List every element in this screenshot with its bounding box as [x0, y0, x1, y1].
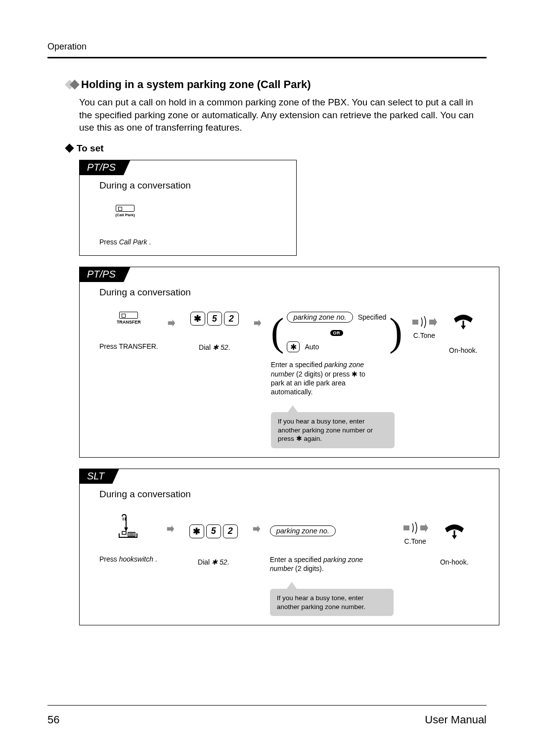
panel-ptps-transfer: PT/PS During a conversation TRANSFER Pre… — [79, 267, 499, 457]
subhead-diamond-icon — [65, 144, 74, 153]
ctone-col: C.Tone — [402, 520, 428, 545]
arrow-right-icon — [252, 524, 261, 533]
svg-marker-11 — [167, 525, 174, 532]
during-text: During a conversation — [99, 180, 287, 191]
panel-tab: SLT — [79, 469, 119, 484]
panel-tab: PT/PS — [79, 160, 131, 175]
during-text: During a conversation — [99, 287, 490, 298]
callpark-key-icon: (Call Park) — [115, 205, 135, 217]
specified-label: Specified — [358, 313, 387, 321]
callpark-key-label: (Call Park) — [115, 213, 135, 217]
right-brace-icon: ) — [389, 318, 402, 346]
main-heading: Holding in a system parking zone (Call P… — [81, 78, 311, 91]
key-star: ✱ — [190, 312, 205, 326]
arrow-right-icon — [166, 524, 175, 533]
subhead-row: To set — [66, 143, 487, 154]
panel-ptps-callpark: PT/PS During a conversation (Call Park) … — [79, 160, 297, 256]
manual-label: User Manual — [425, 713, 487, 726]
svg-rect-6 — [122, 531, 126, 534]
ctone-col: C.Tone — [411, 315, 437, 339]
section-header: Operation — [47, 42, 487, 52]
svg-rect-2 — [412, 320, 418, 325]
svg-rect-13 — [403, 525, 409, 530]
onhook-caption: On-hook. — [449, 346, 478, 355]
ctone-label: C.Tone — [404, 537, 426, 545]
key-2: 2 — [224, 312, 239, 326]
press-callpark-caption: Press Call Park . — [99, 238, 151, 247]
svg-marker-1 — [254, 320, 261, 327]
press-hookswitch-caption: Press hookswitch . — [99, 555, 157, 564]
left-brace-icon: ( — [271, 318, 284, 346]
parking-zone-pill: parking zone no. — [287, 312, 353, 323]
or-badge: OR — [330, 330, 344, 336]
subhead-text: To set — [77, 143, 104, 154]
hookswitch-icon — [116, 514, 140, 543]
key-5: 5 — [207, 312, 222, 326]
enter-parking-desc: Enter a specified parking zone number (2… — [271, 360, 375, 396]
transfer-key-icon: TRANSFER — [117, 312, 141, 325]
svg-marker-12 — [253, 525, 260, 532]
onhook-caption: On-hook. — [440, 558, 469, 567]
svg-marker-14 — [420, 523, 428, 532]
key-2: 2 — [223, 524, 238, 538]
choice-block: ( parking zone no. Specified OR ✱ Auto — [271, 312, 402, 352]
key-5: 5 — [206, 524, 221, 538]
svg-marker-0 — [168, 320, 175, 327]
svg-marker-15 — [452, 535, 457, 539]
ctone-icon — [402, 520, 428, 535]
parking-zone-pill: parking zone no. — [270, 525, 336, 536]
heading-row: Holding in a system parking zone (Call P… — [66, 78, 487, 91]
dial-caption: Dial ✱ 52. — [198, 558, 229, 567]
onhook-icon — [451, 312, 476, 330]
svg-marker-4 — [461, 326, 466, 330]
diamond-bullet-icon — [66, 81, 76, 88]
svg-marker-5 — [124, 527, 128, 531]
enter-parking-desc: Enter a specified parking zone number (2… — [270, 555, 374, 573]
intro-paragraph: You can put a call on hold in a common p… — [79, 96, 487, 134]
during-text: During a conversation — [99, 489, 490, 500]
dial-caption: Dial ✱ 52. — [199, 343, 230, 352]
onhook-icon — [442, 521, 467, 539]
transfer-key-label: TRANSFER — [117, 320, 141, 325]
press-transfer-caption: Press TRANSFER. — [99, 342, 158, 351]
key-star: ✱ — [189, 524, 204, 538]
panel-slt: SLT During a conversation — [79, 469, 499, 625]
arrow-right-icon — [167, 319, 176, 328]
svg-marker-3 — [429, 318, 437, 327]
header-rule — [47, 57, 487, 58]
key-star-small: ✱ — [287, 341, 300, 352]
page-number: 56 — [47, 713, 59, 726]
panel-tab: PT/PS — [79, 267, 131, 282]
dial-keys: ✱ 5 2 — [189, 524, 238, 538]
ctone-label: C.Tone — [413, 331, 435, 339]
footer-rule — [47, 705, 487, 706]
ctone-icon — [411, 315, 437, 330]
page-footer: 56 User Manual — [47, 705, 487, 726]
busy-tone-note: If you hear a busy tone, enter another p… — [270, 589, 394, 616]
auto-label: Auto — [305, 343, 319, 351]
dial-keys: ✱ 5 2 — [190, 312, 239, 326]
busy-tone-note: If you hear a busy tone, enter another p… — [271, 412, 395, 448]
arrow-right-icon — [253, 319, 262, 328]
